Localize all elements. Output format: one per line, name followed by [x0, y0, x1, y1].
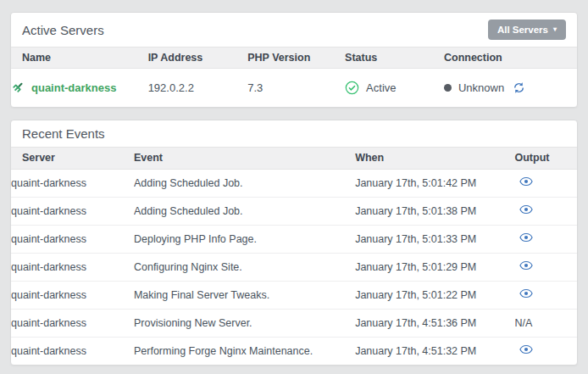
- event-output-cell: [515, 225, 577, 253]
- view-output-eye-icon[interactable]: [519, 288, 533, 299]
- event-when-cell: January 17th, 5:01:38 PM: [355, 197, 514, 225]
- event-description-cell: Configuring Nginx Site.: [134, 253, 355, 281]
- forge-server-icon: [11, 81, 25, 94]
- active-servers-header: Active Servers All Servers ▾: [11, 13, 577, 47]
- col-status: Status: [345, 47, 444, 69]
- event-when-cell: January 17th, 5:01:33 PM: [355, 225, 514, 253]
- event-server-cell: quaint-darkness: [11, 309, 134, 337]
- event-row: quaint-darkness Adding Scheduled Job. Ja…: [11, 197, 577, 225]
- chevron-down-icon: ▾: [553, 26, 557, 33]
- server-connection-label: Unknown: [458, 81, 504, 94]
- event-row: quaint-darkness Adding Scheduled Job. Ja…: [11, 169, 577, 197]
- view-output-eye-icon[interactable]: [519, 260, 533, 271]
- event-description-cell: Adding Scheduled Job.: [134, 197, 355, 225]
- event-description-cell: Performing Forge Nginx Maintenance.: [134, 337, 355, 365]
- col-when: When: [355, 147, 514, 169]
- event-description-cell: Adding Scheduled Job.: [134, 169, 355, 197]
- active-servers-table: Name IP Address PHP Version Status Conne…: [11, 47, 577, 107]
- event-output-cell: N/A: [515, 309, 577, 337]
- recent-events-table: Server Event When Output quaint-darkness…: [11, 147, 577, 366]
- active-servers-title: Active Servers: [22, 23, 104, 37]
- col-output: Output: [515, 147, 577, 169]
- event-server-cell: quaint-darkness: [11, 281, 134, 309]
- event-when-cell: January 17th, 4:51:36 PM: [355, 309, 514, 337]
- server-php-cell: 7.3: [247, 69, 345, 107]
- event-when-cell: January 17th, 4:51:32 PM: [355, 337, 514, 365]
- event-row: quaint-darkness Deploying PHP Info Page.…: [11, 225, 577, 253]
- all-servers-filter-label: All Servers: [497, 25, 548, 35]
- event-row: quaint-darkness Making Final Server Twea…: [11, 281, 577, 309]
- dashboard: Active Servers All Servers ▾ Name IP Add…: [0, 0, 588, 366]
- server-connection-cell: Unknown: [444, 69, 577, 107]
- col-ip-address: IP Address: [148, 47, 248, 69]
- server-status-cell: Active: [345, 69, 444, 107]
- event-row: quaint-darkness Performing Forge Nginx M…: [11, 337, 577, 365]
- event-output-cell: [515, 281, 577, 309]
- active-servers-header-row: Name IP Address PHP Version Status Conne…: [11, 47, 577, 69]
- event-output-cell: [515, 253, 577, 281]
- refresh-connection-icon[interactable]: [513, 81, 525, 94]
- event-row: quaint-darkness Provisioning New Server.…: [11, 309, 577, 337]
- check-circle-icon: [345, 81, 359, 95]
- recent-events-panel: Recent Events Server Event When Output q…: [10, 120, 578, 366]
- event-when-cell: January 17th, 5:01:42 PM: [355, 169, 514, 197]
- event-row: quaint-darkness Configuring Nginx Site. …: [11, 253, 577, 281]
- event-server-cell: quaint-darkness: [11, 225, 134, 253]
- server-status-label: Active: [366, 81, 396, 94]
- recent-events-header-row: Server Event When Output: [11, 147, 577, 169]
- view-output-eye-icon[interactable]: [519, 232, 533, 243]
- connection-unknown-dot-icon: [444, 84, 452, 92]
- recent-events-title: Recent Events: [22, 126, 105, 141]
- event-when-cell: January 17th, 5:01:22 PM: [355, 281, 514, 309]
- server-name-link[interactable]: quaint-darkness: [31, 81, 116, 94]
- view-output-eye-icon[interactable]: [519, 204, 533, 215]
- server-row: quaint-darkness 192.0.2.2 7.3: [11, 69, 577, 107]
- col-server: Server: [11, 147, 134, 169]
- col-name: Name: [11, 47, 148, 69]
- event-description-cell: Deploying PHP Info Page.: [134, 225, 355, 253]
- col-connection: Connection: [444, 47, 577, 69]
- event-description-cell: Provisioning New Server.: [134, 309, 355, 337]
- event-description-cell: Making Final Server Tweaks.: [134, 281, 355, 309]
- server-name-cell: quaint-darkness: [11, 69, 148, 107]
- event-server-cell: quaint-darkness: [11, 169, 134, 197]
- view-output-eye-icon[interactable]: [519, 176, 533, 187]
- col-php-version: PHP Version: [247, 47, 345, 69]
- event-output-cell: [515, 197, 577, 225]
- event-server-cell: quaint-darkness: [11, 197, 134, 225]
- event-output-cell: [515, 169, 577, 197]
- view-output-eye-icon[interactable]: [519, 344, 533, 354]
- col-event: Event: [134, 147, 355, 169]
- recent-events-header: Recent Events: [11, 120, 577, 147]
- event-server-cell: quaint-darkness: [11, 337, 134, 365]
- event-server-cell: quaint-darkness: [11, 253, 134, 281]
- server-ip-cell: 192.0.2.2: [148, 69, 248, 107]
- active-servers-panel: Active Servers All Servers ▾ Name IP Add…: [10, 12, 578, 108]
- all-servers-filter-button[interactable]: All Servers ▾: [488, 20, 566, 40]
- event-output-cell: [515, 337, 577, 365]
- event-when-cell: January 17th, 5:01:29 PM: [355, 253, 514, 281]
